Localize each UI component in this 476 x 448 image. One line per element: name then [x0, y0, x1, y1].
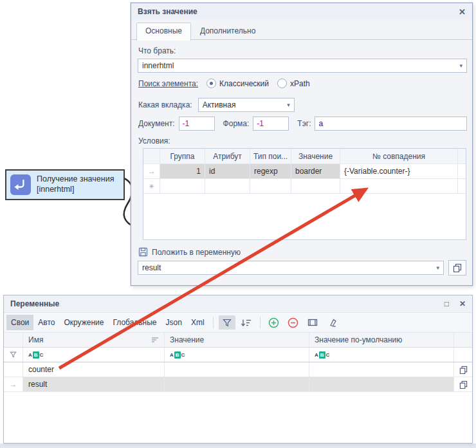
- filter-default-cell[interactable]: ABC: [309, 348, 454, 362]
- what-to-take-value: innerhtml: [142, 61, 174, 70]
- close-icon[interactable]: ✕: [459, 8, 466, 16]
- col-name[interactable]: Имя: [23, 333, 165, 347]
- put-to-variable-label: Положить в переменную: [152, 248, 241, 257]
- close-icon[interactable]: ✕: [459, 300, 466, 308]
- form-input[interactable]: -1: [253, 117, 289, 131]
- variable-name[interactable]: result: [23, 377, 165, 391]
- remove-variable-button[interactable]: [285, 315, 302, 330]
- variables-panel: Переменные □ ✕ Свои Авто Окружение Глоба…: [3, 295, 473, 443]
- new-row-icon: ✳: [143, 179, 160, 193]
- row-marker-header: [143, 149, 160, 163]
- add-variable-button[interactable]: [266, 315, 282, 330]
- copy-variable-button[interactable]: [454, 377, 472, 391]
- variables-header-row: Имя Значение Значение по-умолчанию: [4, 333, 472, 348]
- condition-match-number[interactable]: {-Variable.counter-}: [340, 164, 458, 178]
- eraser-icon: [327, 319, 336, 327]
- col-copy-spacer: [454, 333, 472, 347]
- what-to-take-combobox[interactable]: innerhtml ▾: [138, 59, 467, 73]
- row-marker-header: [4, 333, 23, 347]
- copy-variable-button[interactable]: [454, 362, 472, 377]
- current-row-arrow-icon: →: [143, 164, 160, 178]
- dialog-title: Взять значение: [138, 7, 197, 16]
- condition-row[interactable]: → 1 id regexp boarder {-Variable.counter…: [143, 164, 466, 179]
- filter-funnel-icon: [223, 319, 232, 327]
- condition-attribute[interactable]: id: [205, 164, 250, 178]
- radio-xpath-button[interactable]: [277, 79, 287, 88]
- current-row-arrow-icon: →: [4, 377, 23, 391]
- variables-title: Переменные: [10, 299, 59, 308]
- col-value[interactable]: Значение: [291, 149, 340, 163]
- variable-row-counter[interactable]: counter: [4, 362, 472, 377]
- filter-funnel-icon: [10, 351, 17, 358]
- action-node-get-value[interactable]: Получение значения [innerhtml]: [5, 169, 125, 200]
- vars-tab-environment[interactable]: Окружение: [59, 315, 108, 330]
- document-input[interactable]: -1: [179, 117, 215, 131]
- result-variable-row: result ▾: [138, 260, 467, 275]
- radio-xpath-label: xPath: [290, 79, 310, 88]
- vars-tab-global[interactable]: Глобальные: [108, 315, 161, 330]
- variable-value[interactable]: [165, 377, 309, 391]
- conditions-header-row: Группа Атрибут Тип пои... Значение № сов…: [143, 149, 466, 164]
- condition-search-type[interactable]: regexp: [250, 164, 291, 178]
- maximize-icon[interactable]: □: [444, 300, 449, 308]
- what-to-take-label: Что брать:: [138, 46, 176, 55]
- condition-value[interactable]: boarder: [291, 164, 340, 178]
- vars-tab-own[interactable]: Свои: [6, 315, 33, 330]
- toolbar-separator: [260, 317, 261, 328]
- clear-button[interactable]: [324, 315, 340, 330]
- copy-variable-button[interactable]: [448, 260, 466, 275]
- radio-classic-button[interactable]: [206, 79, 216, 88]
- chevron-down-icon: ▾: [459, 62, 462, 69]
- fit-columns-button[interactable]: [304, 315, 321, 330]
- result-variable-combobox[interactable]: result ▾: [138, 261, 444, 275]
- minus-circle-icon: [288, 317, 298, 328]
- take-value-dialog: Взять значение ✕ Основные Дополнительно …: [131, 3, 473, 286]
- tag-input[interactable]: a: [315, 117, 467, 131]
- sort-button[interactable]: [238, 315, 255, 330]
- dialog-titlebar: Взять значение ✕: [131, 3, 472, 20]
- variable-value[interactable]: [165, 362, 309, 377]
- col-search-type[interactable]: Тип пои...: [250, 149, 291, 163]
- filter-button[interactable]: [219, 315, 235, 330]
- condition-group[interactable]: 1: [160, 164, 205, 178]
- filter-value-cell[interactable]: ABC: [165, 348, 309, 362]
- new-condition-row[interactable]: ✳: [143, 179, 466, 194]
- conditions-label: Условия:: [138, 136, 170, 145]
- col-group[interactable]: Группа: [160, 149, 205, 163]
- tab-additional[interactable]: Дополнительно: [191, 23, 264, 41]
- vars-tab-auto[interactable]: Авто: [33, 315, 59, 330]
- which-tab-combobox[interactable]: Активная ▾: [198, 98, 295, 112]
- abc-filter-icon: ABC: [170, 351, 185, 359]
- copy-icon: [453, 263, 462, 272]
- variable-row-result[interactable]: → result: [4, 377, 472, 392]
- variable-default[interactable]: [309, 362, 454, 377]
- element-search-row: Поиск элемента: Классический xPath: [138, 79, 310, 88]
- element-search-link[interactable]: Поиск элемента:: [138, 79, 198, 88]
- plus-circle-icon: [268, 317, 279, 328]
- col-value[interactable]: Значение: [165, 333, 309, 347]
- node-label: Получение значения [innerhtml]: [37, 174, 114, 194]
- which-tab-value: Активная: [203, 100, 236, 109]
- copy-icon: [459, 380, 468, 389]
- radio-classic[interactable]: Классический: [206, 79, 269, 88]
- radio-xpath[interactable]: xPath: [277, 79, 310, 88]
- vars-tab-xml[interactable]: Xml: [187, 315, 209, 330]
- result-variable-value: result: [142, 263, 161, 272]
- col-attribute[interactable]: Атрибут: [205, 149, 250, 163]
- col-default[interactable]: Значение по-умолчанию: [309, 333, 454, 347]
- vars-tab-json[interactable]: Json: [161, 315, 187, 330]
- col-name-label: Имя: [28, 335, 43, 344]
- col-spacer: [458, 149, 466, 163]
- variable-default[interactable]: [309, 377, 454, 391]
- column-frame-icon: [307, 319, 318, 326]
- variables-toolbar: Свои Авто Окружение Глобальные Json Xml: [4, 313, 472, 333]
- save-icon: [138, 247, 148, 257]
- variable-name[interactable]: counter: [23, 362, 165, 377]
- tab-main[interactable]: Основные: [136, 23, 191, 41]
- abc-filter-icon: ABC: [28, 351, 43, 359]
- sort-indicator-icon: [151, 337, 159, 343]
- col-match-number[interactable]: № совпадения: [340, 149, 458, 163]
- variables-titlebar: Переменные □ ✕: [4, 295, 472, 313]
- put-to-variable-row: Положить в переменную: [138, 247, 241, 257]
- filter-name-cell[interactable]: ABC: [23, 348, 165, 362]
